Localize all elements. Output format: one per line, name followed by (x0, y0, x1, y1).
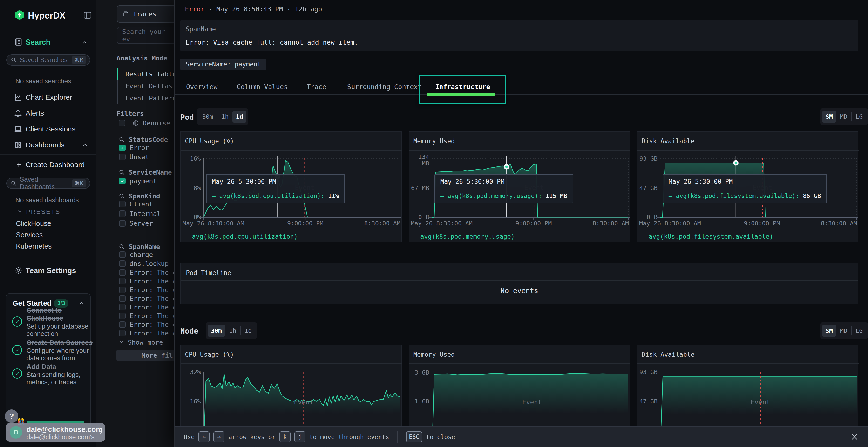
arrow-right-key[interactable]: → (213, 431, 224, 442)
brand-title: HyperDX (28, 10, 66, 21)
sidebar-item-dashboards[interactable]: Dashboards (0, 138, 96, 152)
filter-option-label[interactable]: Error: The cr (129, 304, 174, 311)
mode-option-event-patterns[interactable]: Event Patterns (125, 94, 174, 102)
filter-checkbox-error-the-cr[interactable] (119, 286, 126, 293)
pod-size-button-md[interactable]: MD (837, 111, 850, 123)
node-range-button: 30m1h1d (206, 322, 257, 339)
node-size-button-sm[interactable]: SM (822, 325, 836, 337)
pod-range-button-30m[interactable]: 30m (199, 111, 217, 123)
filter-option-label[interactable]: Error: The cr (129, 312, 174, 319)
divider (217, 112, 217, 121)
filter-option-label[interactable]: Internal (129, 210, 161, 217)
filter-option-label[interactable]: payment (129, 177, 157, 185)
filter-option-label[interactable]: Error: The cr (129, 321, 174, 328)
denoise-checkbox[interactable] (119, 120, 125, 127)
filter-checkbox-error-the-cr[interactable] (119, 321, 126, 328)
tooltip-series: — avg(k8s.pod.cpu.utilization): 11% (207, 189, 344, 203)
sidebar-item-search[interactable]: Search (26, 38, 51, 47)
pod-chart-disk-available[interactable]: Disk Available93 GB47 GB0 BEventMay 26 8… (637, 132, 858, 242)
preset-link-kubernetes[interactable]: Kubernetes (16, 242, 52, 250)
chevron-down-icon[interactable] (17, 209, 23, 214)
filter-option-label[interactable]: Error: The cr (129, 330, 174, 337)
filter-checkbox-internal[interactable] (119, 210, 126, 217)
tab-overview[interactable]: Overview (186, 81, 217, 93)
sidebar-item-label: Dashboards (26, 141, 65, 149)
get-started-item[interactable]: Connect to ClickHouseSet up your databas… (27, 306, 97, 338)
filter-checkbox-payment[interactable] (119, 178, 126, 184)
chevron-up-icon (82, 142, 88, 148)
filter-option-label[interactable]: Error: The cr (129, 269, 174, 276)
pod-size-button-sm[interactable]: SM (822, 111, 836, 123)
more-filters-button[interactable]: More fil (117, 350, 174, 361)
filter-checkbox-dns-lookup[interactable] (119, 260, 126, 267)
tab-column-values[interactable]: Column Values (237, 81, 288, 93)
filter-option-label[interactable]: Unset (129, 153, 149, 161)
esc-key[interactable]: ESC (406, 431, 422, 442)
filter-checkbox-error-the-cr[interactable] (119, 278, 126, 284)
filter-option-label[interactable]: Server (129, 220, 153, 227)
filter-option-label[interactable]: Error (129, 144, 149, 151)
dashboards-grid-icon (14, 141, 22, 149)
arrow-left-key[interactable]: ← (198, 431, 210, 442)
preset-link-services[interactable]: Services (16, 231, 43, 239)
filter-option-label[interactable]: Error: The cr (129, 295, 174, 302)
presets-label[interactable]: PRESETS (26, 208, 60, 215)
chart-legend[interactable]: — avg(k8s.pod.memory.usage) (413, 233, 515, 240)
sidebar-item-team-settings[interactable]: Team Settings (26, 266, 76, 275)
filter-option-label[interactable]: Client (129, 200, 153, 208)
chart-legend[interactable]: — avg(k8s.pod.filesystem.available) (641, 233, 773, 240)
node-range-button-1h[interactable]: 1h (226, 325, 240, 337)
sidebar-item-chart-explorer[interactable]: Chart Explorer (0, 91, 96, 104)
filter-checkbox-error-the-cr[interactable] (119, 269, 126, 276)
filter-checkbox-charge[interactable] (119, 251, 126, 258)
pod-chart-memory-used[interactable]: Memory Used134 MB67 MB0 BEventMay 26 8:3… (409, 132, 630, 242)
filter-checkbox-server[interactable] (119, 220, 126, 227)
chevron-up-icon[interactable] (82, 39, 88, 46)
source-select[interactable]: Traces (117, 5, 174, 23)
create-dashboard-button[interactable]: Create Dashboard (0, 158, 96, 171)
pod-range-button-1h[interactable]: 1h (218, 111, 232, 123)
tab-surrounding-context[interactable]: Surrounding Context (347, 81, 422, 93)
user-menu[interactable]: D dale@clickhouse.com dale@clickhouse.co… (6, 423, 105, 442)
j-key[interactable]: j (294, 431, 306, 442)
filter-checkbox-error-the-cr[interactable] (119, 295, 126, 302)
node-range-button-1d[interactable]: 1d (241, 325, 255, 337)
denoise-label[interactable]: Denoise Re (143, 119, 174, 127)
mode-option-results-table[interactable]: Results Table (125, 70, 174, 78)
filter-checkbox-error-the-cr[interactable] (119, 330, 126, 337)
filter-checkbox-unset[interactable] (119, 153, 126, 160)
filter-checkbox-error-the-cr[interactable] (119, 304, 126, 310)
k-key[interactable]: k (279, 431, 290, 442)
pod-size-button-lg[interactable]: LG (852, 111, 866, 123)
chevron-up-icon[interactable] (79, 300, 85, 306)
saved-searches-input[interactable]: Saved Searches ⌘K (6, 55, 90, 66)
get-started-item[interactable]: Create Data SourcesConfigure where your … (27, 339, 97, 362)
mode-option-event-deltas[interactable]: Event Deltas (125, 82, 173, 90)
tab-trace[interactable]: Trace (307, 81, 326, 93)
chart-legend[interactable]: — avg(k8s.pod.cpu.utilization) (184, 233, 298, 240)
pod-chart-cpu-usage-[interactable]: CPU Usage (%)16%8%0%EventMay 26 8:30:00 … (180, 132, 402, 242)
panel-toggle-icon[interactable] (83, 10, 92, 20)
node-size-button-lg[interactable]: LG (852, 325, 866, 337)
node-size-button-md[interactable]: MD (837, 325, 850, 337)
event-search-input[interactable]: Search your ev (117, 27, 174, 44)
show-more-button[interactable]: Show more (128, 339, 163, 346)
sidebar-item-client-sessions[interactable]: Client Sessions (0, 122, 96, 136)
filter-option-label[interactable]: dns.lookup (129, 260, 169, 267)
close-icon[interactable] (850, 433, 859, 441)
node-range-button-30m[interactable]: 30m (208, 325, 225, 337)
help-button[interactable]: ? (5, 409, 18, 423)
svg-text:Event: Event (294, 398, 313, 406)
service-name-chip[interactable]: ServiceName: payment (180, 59, 267, 70)
sidebar-item-alerts[interactable]: Alerts (0, 106, 96, 120)
filter-checkbox-error[interactable] (119, 144, 126, 151)
pod-range-button-1d[interactable]: 1d (232, 111, 246, 123)
filter-option-label[interactable]: Error: The cr (129, 277, 174, 285)
preset-link-clickhouse[interactable]: ClickHouse (16, 220, 51, 228)
filter-checkbox-client[interactable] (119, 201, 126, 207)
filter-option-label[interactable]: charge (129, 251, 153, 259)
filter-checkbox-error-the-cr[interactable] (119, 313, 126, 319)
get-started-item[interactable]: Add DataStart sending logs, metrics, or … (27, 363, 97, 386)
filter-option-label[interactable]: Error: The cr (129, 286, 174, 294)
saved-dashboards-input[interactable]: Saved Dashboards ⌘K (6, 178, 90, 189)
